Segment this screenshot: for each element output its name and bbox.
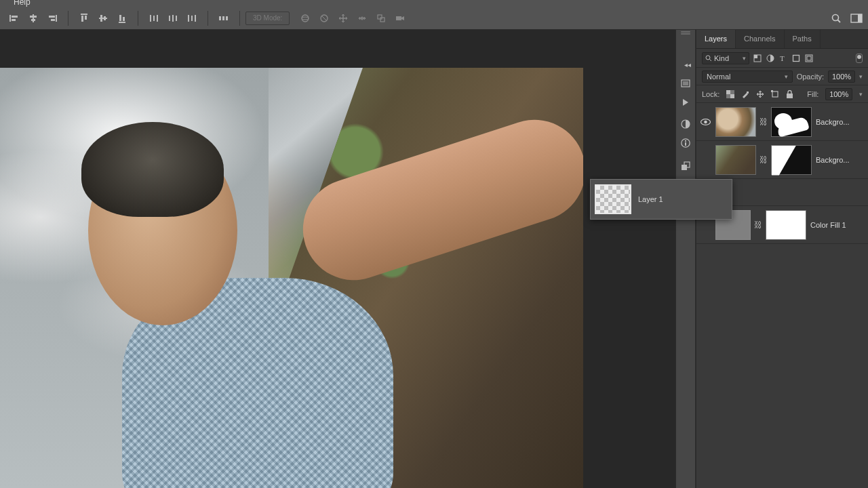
svg-rect-59 [747, 92, 749, 94]
svg-rect-19 [153, 16, 155, 21]
drag-layer-thumbnail [595, 184, 631, 214]
lock-pixels-icon[interactable] [741, 90, 749, 98]
svg-rect-11 [85, 16, 87, 20]
layer-row[interactable]: ⛓ Backgro... [696, 141, 868, 179]
adjustments-panel-icon[interactable] [678, 117, 693, 131]
search-icon[interactable] [829, 11, 844, 26]
tab-paths[interactable]: Paths [785, 30, 821, 48]
workspace: ◂◂ Layers Channels Paths Kind ▾ T [0, 30, 868, 488]
align-right-icon[interactable] [45, 11, 60, 26]
layer-thumbnail[interactable] [715, 145, 756, 175]
distribute-h-left-icon[interactable] [146, 11, 161, 26]
filter-kind-select[interactable]: Kind ▾ [702, 52, 749, 64]
opacity-field[interactable]: 100% [828, 70, 855, 83]
3d-slide-icon[interactable] [355, 11, 370, 26]
filter-smart-icon[interactable] [805, 54, 813, 62]
3d-mode-button[interactable]: 3D Mode: [245, 12, 290, 25]
visibility-toggle-icon[interactable] [699, 154, 711, 166]
svg-rect-21 [169, 16, 170, 21]
svg-rect-35 [380, 18, 384, 22]
history-panel-icon[interactable] [678, 76, 693, 91]
svg-rect-12 [99, 18, 107, 19]
chevron-down-icon[interactable]: ▾ [859, 73, 863, 80]
drag-layer-popup: Layer 1 [590, 179, 732, 220]
clone-source-panel-icon[interactable] [678, 159, 693, 174]
filter-shape-icon[interactable] [792, 54, 800, 62]
svg-rect-57 [730, 90, 734, 94]
menu-bar: Help [0, 0, 868, 7]
layer-name[interactable]: Backgro... [816, 156, 850, 164]
screen-mode-icon[interactable] [849, 11, 864, 26]
svg-rect-62 [787, 94, 793, 98]
svg-rect-61 [771, 90, 773, 92]
lock-position-icon[interactable] [756, 90, 764, 98]
svg-point-64 [704, 120, 707, 123]
lock-row: Lock: Fill: 100% ▾ [696, 85, 868, 103]
panel-tabs: Layers Channels Paths [696, 30, 868, 49]
lock-all-icon[interactable] [786, 90, 793, 98]
blend-row: Normal ▾ Opacity: 100% ▾ [696, 68, 868, 85]
layer-mask-thumbnail[interactable] [771, 107, 812, 137]
align-bottom-icon[interactable] [115, 11, 130, 26]
svg-rect-14 [104, 16, 106, 20]
chevron-down-icon[interactable]: ▾ [859, 91, 863, 98]
layer-link-icon[interactable]: ⛓ [760, 155, 767, 165]
layer-mask-thumbnail[interactable] [771, 145, 812, 175]
tab-layers[interactable]: Layers [696, 30, 736, 48]
svg-rect-55 [726, 90, 730, 94]
distribute-h-center-icon[interactable] [165, 11, 180, 26]
layer-row[interactable]: ⛓ Backgro... [696, 103, 868, 141]
svg-rect-9 [81, 14, 87, 15]
svg-rect-4 [30, 16, 37, 18]
tab-channels[interactable]: Channels [736, 30, 784, 48]
svg-rect-22 [172, 15, 174, 22]
align-top-icon[interactable] [77, 11, 92, 26]
blend-mode-select[interactable]: Normal ▾ [702, 70, 793, 83]
lock-transparency-icon[interactable] [726, 90, 734, 98]
3d-pan-icon[interactable] [336, 11, 351, 26]
actions-panel-icon[interactable] [678, 95, 693, 110]
document-canvas[interactable] [0, 68, 583, 488]
info-panel-icon[interactable] [678, 136, 693, 150]
svg-rect-58 [726, 94, 730, 98]
filter-pixel-icon[interactable] [753, 54, 762, 62]
align-center-v-icon[interactable] [96, 11, 111, 26]
lock-artboard-icon[interactable] [771, 90, 779, 98]
distribute-spacing-icon[interactable] [216, 11, 231, 26]
dock-grip[interactable] [675, 31, 696, 37]
layer-thumbnail[interactable] [715, 107, 756, 137]
svg-rect-34 [378, 15, 382, 19]
svg-rect-6 [56, 15, 57, 22]
menu-help[interactable]: Help [14, 0, 31, 7]
fill-field[interactable]: 100% [825, 88, 852, 100]
layer-filter-bar: Kind ▾ T [696, 49, 868, 68]
3d-camera-icon[interactable] [393, 11, 408, 26]
layer-link-icon[interactable]: ⛓ [760, 117, 767, 127]
3d-scale-icon[interactable] [374, 11, 389, 26]
fill-label: Fill: [807, 90, 818, 98]
svg-rect-39 [858, 14, 862, 22]
filter-type-icon[interactable]: T [779, 54, 787, 62]
layer-name[interactable]: Backgro... [816, 118, 850, 126]
layer-link-icon[interactable]: ⛓ [755, 220, 762, 230]
drag-layer-name: Layer 1 [638, 195, 663, 203]
svg-rect-43 [685, 142, 686, 146]
visibility-toggle-icon[interactable] [699, 116, 711, 128]
svg-rect-54 [807, 56, 811, 60]
chevron-down-icon: ▾ [785, 73, 788, 80]
svg-rect-17 [123, 17, 125, 21]
collapse-dock-icon[interactable]: ◂◂ [681, 61, 694, 68]
layer-name[interactable]: Color Fill 1 [810, 221, 846, 229]
svg-rect-16 [119, 15, 121, 21]
align-center-h-icon[interactable] [26, 11, 41, 26]
svg-point-37 [833, 14, 839, 20]
align-left-icon[interactable] [7, 11, 22, 26]
visibility-toggle-icon[interactable] [699, 219, 711, 231]
3d-orbit-icon[interactable] [298, 11, 313, 26]
filter-toggle-icon[interactable] [856, 54, 863, 63]
layer-mask-thumbnail[interactable] [766, 210, 806, 240]
3d-roll-icon[interactable] [317, 11, 332, 26]
svg-rect-26 [195, 15, 196, 22]
distribute-h-right-icon[interactable] [184, 11, 199, 26]
filter-adjust-icon[interactable] [766, 54, 774, 62]
